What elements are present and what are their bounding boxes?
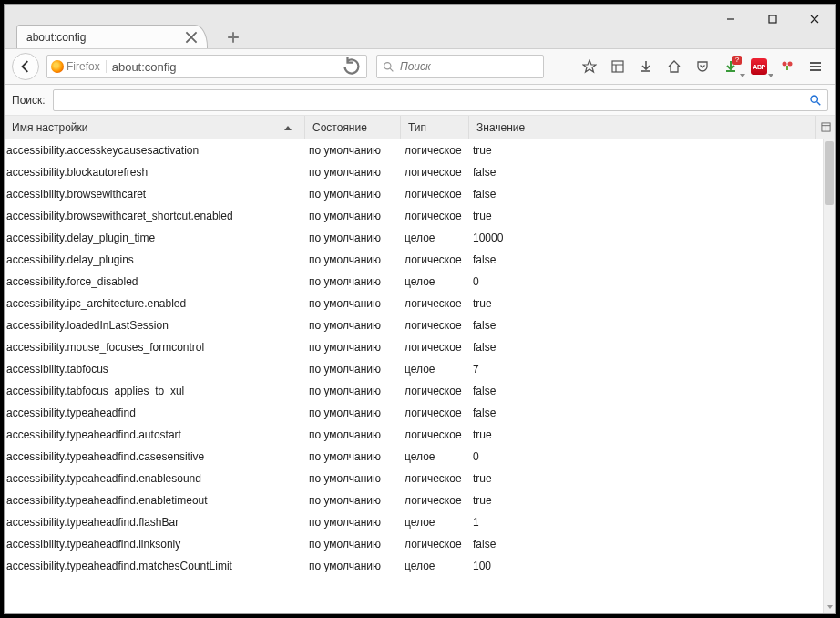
- table-row[interactable]: accessibility.typeaheadfind.matchesCount…: [5, 555, 823, 577]
- maximize-button[interactable]: [752, 5, 794, 34]
- browser-window: about:config Firefox: [4, 4, 836, 614]
- minimize-button[interactable]: [710, 5, 752, 34]
- table-row[interactable]: accessibility.blockautorefreshпо умолчан…: [5, 161, 823, 183]
- pref-value-cell: true: [469, 144, 823, 157]
- table-row[interactable]: accessibility.browsewithcaretпо умолчани…: [5, 183, 823, 205]
- pref-name-cell: accessibility.delay_plugins: [5, 253, 305, 266]
- table-row[interactable]: accessibility.delay_pluginsпо умолчаниюл…: [5, 249, 823, 271]
- table-row[interactable]: accessibility.typeaheadfind.linksonlyпо …: [5, 533, 823, 555]
- pref-state-cell: по умолчанию: [305, 385, 401, 397]
- menu-icon[interactable]: [803, 54, 828, 79]
- pref-state-cell: по умолчанию: [305, 472, 401, 485]
- pref-state-cell: по умолчанию: [305, 516, 401, 529]
- vertical-scrollbar[interactable]: [823, 139, 835, 613]
- pref-type-cell: логическое: [401, 341, 469, 354]
- search-input[interactable]: [400, 60, 538, 73]
- pref-state-cell: по умолчанию: [305, 560, 401, 572]
- pref-value-cell: 100: [469, 560, 823, 572]
- table-row[interactable]: accessibility.tabfocusпо умолчаниюцелое7: [5, 358, 823, 380]
- pref-state-cell: по умолчанию: [305, 144, 401, 157]
- table-row[interactable]: accessibility.mouse_focuses_formcontrolп…: [5, 336, 823, 358]
- pref-value-cell: true: [469, 472, 823, 485]
- pref-type-cell: логическое: [401, 253, 469, 266]
- search-icon: [809, 94, 822, 107]
- pref-state-cell: по умолчанию: [305, 166, 401, 179]
- pref-type-cell: логическое: [401, 210, 469, 222]
- svg-rect-7: [822, 123, 830, 131]
- adblock-icon[interactable]: ABP: [746, 54, 772, 79]
- svg-rect-0: [769, 15, 776, 23]
- table-row[interactable]: accessibility.typeaheadfind.flashBarпо у…: [5, 511, 823, 533]
- svg-point-6: [811, 96, 817, 102]
- close-window-button[interactable]: [794, 5, 835, 34]
- pref-value-cell: false: [469, 253, 823, 266]
- pref-state-cell: по умолчанию: [305, 297, 401, 310]
- pref-name-cell: accessibility.typeaheadfind.flashBar: [5, 516, 305, 529]
- column-header-state[interactable]: Состояние: [305, 116, 401, 139]
- table-row[interactable]: accessibility.delay_plugin_timeпо умолча…: [5, 227, 823, 249]
- pref-state-cell: по умолчанию: [305, 341, 401, 354]
- pref-name-cell: accessibility.typeaheadfind.enablesound: [5, 472, 305, 485]
- pref-name-cell: accessibility.mouse_focuses_formcontrol: [5, 341, 305, 354]
- search-icon: [383, 61, 394, 73]
- table-row[interactable]: accessibility.force_disabledпо умолчанию…: [5, 271, 823, 293]
- close-icon[interactable]: [185, 31, 198, 44]
- pref-value-cell: 1: [469, 516, 823, 529]
- table-row[interactable]: accessibility.loadedInLastSessionпо умол…: [5, 314, 823, 336]
- bookmark-star-icon[interactable]: [577, 54, 602, 79]
- pref-name-cell: accessibility.ipc_architecture.enabled: [5, 297, 305, 310]
- table-row[interactable]: accessibility.typeaheadfind.enablesoundп…: [5, 468, 823, 489]
- url-bar[interactable]: Firefox about:config: [46, 55, 367, 78]
- pref-name-cell: accessibility.tabfocus_applies_to_xul: [5, 385, 305, 397]
- search-box[interactable]: [376, 55, 544, 78]
- column-picker-icon[interactable]: [815, 116, 835, 139]
- tab-about-config[interactable]: about:config: [16, 25, 208, 48]
- column-header-type[interactable]: Тип: [401, 116, 469, 139]
- addon-download-icon[interactable]: ?: [718, 54, 743, 79]
- pref-state-cell: по умолчанию: [305, 450, 401, 463]
- identity-box[interactable]: Firefox: [51, 60, 107, 73]
- pref-name-cell: accessibility.browsewithcaret_shortcut.e…: [5, 210, 305, 222]
- pref-state-cell: по умолчанию: [305, 188, 401, 201]
- extension-icon[interactable]: [774, 54, 800, 79]
- reload-icon[interactable]: [341, 57, 363, 77]
- pref-state-cell: по умолчанию: [305, 210, 401, 222]
- table-row[interactable]: accessibility.typeaheadfind.casesensitiv…: [5, 446, 823, 468]
- downloads-icon[interactable]: [633, 54, 659, 79]
- table-row[interactable]: accessibility.typeaheadfind.autostartпо …: [5, 424, 823, 446]
- svg-point-1: [384, 62, 391, 68]
- pref-search-input[interactable]: [59, 94, 809, 107]
- table-row[interactable]: accessibility.browsewithcaret_shortcut.e…: [5, 205, 823, 227]
- pref-value-cell: false: [469, 319, 823, 332]
- pref-search-field[interactable]: [53, 89, 828, 111]
- toolbar-icons: ? ABP: [577, 54, 828, 79]
- pref-name-cell: accessibility.typeaheadfind.matchesCount…: [5, 560, 305, 572]
- pref-table-header: Имя настройки Состояние Тип Значение: [5, 116, 835, 139]
- table-row[interactable]: accessibility.tabfocus_applies_to_xulпо …: [5, 380, 823, 402]
- table-row[interactable]: accessibility.typeaheadfindпо умолчаниюл…: [5, 402, 823, 424]
- pref-value-cell: false: [469, 385, 823, 397]
- new-tab-button[interactable]: [223, 28, 243, 46]
- url-text: about:config: [107, 60, 341, 74]
- back-button[interactable]: [12, 53, 39, 80]
- pref-value-cell: true: [469, 428, 823, 441]
- pref-state-cell: по умолчанию: [305, 407, 401, 419]
- scrollbar-thumb[interactable]: [825, 141, 834, 205]
- pref-state-cell: по умолчанию: [305, 253, 401, 266]
- home-icon[interactable]: [661, 54, 687, 79]
- table-row[interactable]: accessibility.ipc_architecture.enabledпо…: [5, 293, 823, 314]
- pref-name-cell: accessibility.typeaheadfind.autostart: [5, 428, 305, 441]
- scroll-down-icon[interactable]: [824, 601, 835, 613]
- svg-point-4: [788, 62, 793, 67]
- column-header-value[interactable]: Значение: [469, 116, 815, 139]
- pref-value-cell: false: [469, 341, 823, 354]
- pocket-icon[interactable]: [690, 54, 715, 79]
- library-icon[interactable]: [605, 54, 630, 79]
- table-row[interactable]: accessibility.typeaheadfind.enabletimeou…: [5, 489, 823, 511]
- titlebar: about:config: [5, 5, 835, 48]
- tab-title: about:config: [26, 31, 185, 44]
- table-row[interactable]: accessibility.accesskeycausesactivationп…: [5, 139, 823, 161]
- pref-value-cell: true: [469, 494, 823, 507]
- column-header-name[interactable]: Имя настройки: [5, 116, 305, 139]
- pref-value-cell: false: [469, 188, 823, 201]
